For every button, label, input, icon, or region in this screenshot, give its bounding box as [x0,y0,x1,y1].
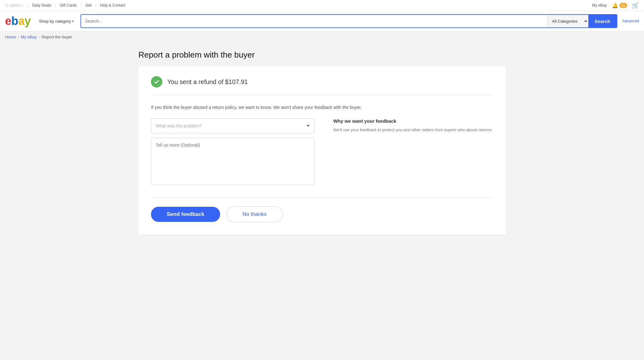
send-feedback-button[interactable]: Send feedback [151,207,220,222]
check-circle-icon [151,76,162,87]
form-section: What was the problem? [151,118,314,186]
breadcrumb-chevron-2: › [39,35,40,39]
top-bar: Hi qibus! ▾ | Daily Deals | Gift Cards |… [0,0,644,11]
main-card: You sent a refund of $107.91 If you thin… [138,66,506,235]
bottom-divider [151,197,493,198]
bell-icon: 🔔 [612,3,618,8]
shop-by-category-button[interactable]: Shop by category ▾ [37,18,75,25]
problem-select[interactable]: What was the problem? [151,118,314,133]
breadcrumb-myebay[interactable]: My eBay [21,35,37,39]
greeting: Hi qibus! ▾ [5,3,24,8]
ebay-logo[interactable]: e b a y [5,15,31,27]
sell-link[interactable]: Sell [85,3,92,8]
top-bar-left: Hi qibus! ▾ | Daily Deals | Gift Cards |… [5,3,125,8]
logo-a: a [18,15,25,27]
separator3: | [80,3,81,8]
dropdown-arrow[interactable]: ▾ [22,4,24,7]
cart-icon[interactable]: 🛒 [632,2,639,9]
myebay-link[interactable]: My eBay [592,3,607,8]
tell-us-textarea[interactable] [151,138,314,185]
side-info: Why we want your feedback We'll use your… [333,118,493,133]
logo-y: y [25,15,31,27]
why-title: Why we want your feedback [333,118,493,124]
notification-area[interactable]: 🔔 11 [612,3,627,8]
form-layout: What was the problem? Why we want your f… [151,118,493,186]
refund-message: You sent a refund of $107.91 [167,78,248,86]
gift-cards-link[interactable]: Gift Cards [60,3,77,8]
search-input[interactable] [81,15,547,27]
daily-deals-link[interactable]: Daily Deals [32,3,51,8]
button-row: Send feedback No thanks [151,206,493,222]
notification-badge: 11 [619,3,627,8]
refund-row: You sent a refund of $107.91 [151,76,493,87]
username: qibus! [10,3,21,8]
breadcrumb: Home › My eBay › Report the buyer [0,31,644,42]
shop-by-category-label: Shop by category [39,19,71,24]
description-text: If you think the buyer abused a return p… [151,104,493,111]
top-divider [151,95,493,95]
top-bar-right: My eBay 🔔 11 🛒 [592,2,639,9]
breadcrumb-current: Report the buyer [42,35,72,39]
separator: | [27,3,28,8]
breadcrumb-chevron-1: › [18,35,19,39]
help-contact-link[interactable]: Help & Contact [100,3,125,8]
logo-b: b [11,15,18,27]
breadcrumb-home[interactable]: Home [5,35,16,39]
no-thanks-button[interactable]: No thanks [226,206,283,222]
chevron-down-icon: ▾ [72,20,74,23]
search-bar: All Categories Search [80,14,617,28]
separator4: | [95,3,96,8]
advanced-link[interactable]: Advanced [622,19,639,23]
main-header: e b a y Shop by category ▾ All Categorie… [0,11,644,31]
page-content: Report a problem with the buyer You sent… [133,42,511,242]
page-title: Report a problem with the buyer [138,50,506,60]
separator2: | [55,3,56,8]
category-select[interactable]: All Categories [547,15,588,27]
why-text: We'll use your feedback to protect you a… [333,127,493,133]
logo-e: e [5,15,11,27]
search-button[interactable]: Search [588,15,617,27]
